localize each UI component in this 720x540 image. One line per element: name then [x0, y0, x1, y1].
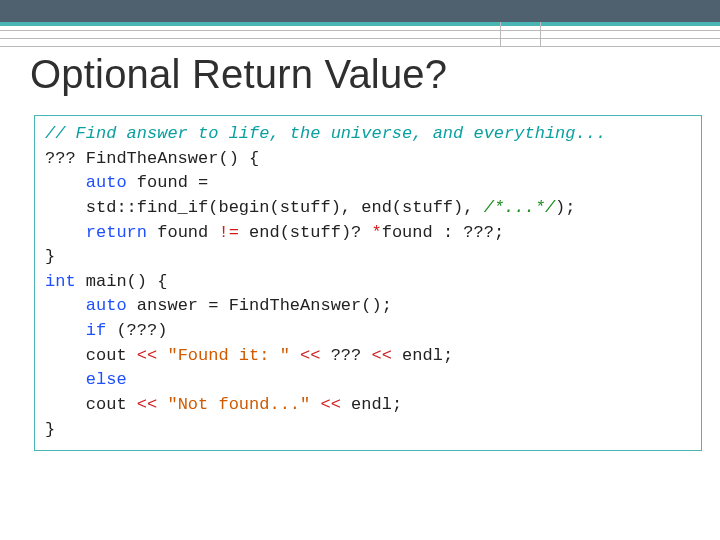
code-operator: *	[371, 223, 381, 242]
code-text: end(stuff)?	[239, 223, 372, 242]
code-keyword: return	[86, 223, 147, 242]
code-text: (???)	[106, 321, 167, 340]
code-text: found =	[127, 173, 209, 192]
code-text: cout	[45, 395, 137, 414]
decor-line	[0, 38, 720, 39]
decor-vline	[500, 22, 501, 46]
code-operator: <<	[300, 346, 320, 365]
code-content: // Find answer to life, the universe, an…	[45, 122, 691, 442]
code-comment: /*...*/	[484, 198, 555, 217]
code-text	[310, 395, 320, 414]
code-indent	[45, 370, 86, 389]
code-text: found : ???;	[382, 223, 504, 242]
code-indent	[45, 296, 86, 315]
accent-rule	[0, 22, 720, 26]
code-comment: // Find answer to life, the universe, an…	[45, 124, 606, 143]
code-text: answer = FindTheAnswer();	[127, 296, 392, 315]
code-indent	[45, 321, 86, 340]
code-text: );	[555, 198, 575, 217]
code-text: ???	[320, 346, 371, 365]
code-keyword: else	[86, 370, 127, 389]
code-operator: <<	[137, 395, 157, 414]
code-string: "Found it: "	[167, 346, 289, 365]
code-indent	[45, 173, 86, 192]
code-text: cout	[45, 346, 137, 365]
code-text: std::find_if(begin(stuff), end(stuff),	[45, 198, 484, 217]
code-text: found	[147, 223, 218, 242]
page-title: Optional Return Value?	[30, 52, 447, 97]
decor-vline	[540, 22, 541, 46]
code-operator: <<	[137, 346, 157, 365]
header-band	[0, 0, 720, 22]
code-text	[157, 395, 167, 414]
code-indent	[45, 223, 86, 242]
code-text: main() {	[76, 272, 168, 291]
code-text: }	[45, 420, 55, 439]
decor-line	[0, 46, 720, 47]
decor-line	[0, 30, 720, 31]
code-keyword: if	[86, 321, 106, 340]
code-keyword: int	[45, 272, 76, 291]
code-text	[157, 346, 167, 365]
code-operator: <<	[320, 395, 340, 414]
code-keyword: auto	[86, 173, 127, 192]
code-text: }	[45, 247, 55, 266]
code-keyword: auto	[86, 296, 127, 315]
code-text: ??? FindTheAnswer() {	[45, 149, 259, 168]
code-text	[290, 346, 300, 365]
code-string: "Not found..."	[167, 395, 310, 414]
code-operator: !=	[218, 223, 238, 242]
code-text: endl;	[392, 346, 453, 365]
code-text: endl;	[341, 395, 402, 414]
code-operator: <<	[371, 346, 391, 365]
code-block: // Find answer to life, the universe, an…	[34, 115, 702, 451]
